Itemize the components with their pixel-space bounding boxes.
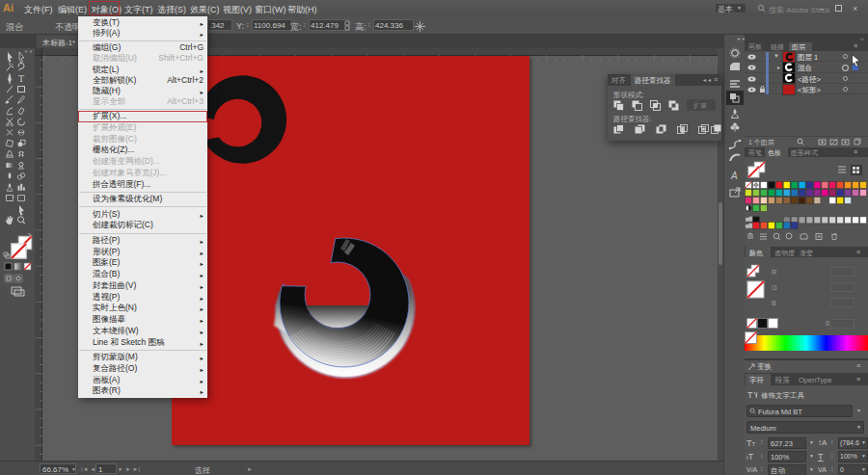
svg-text:T: T xyxy=(18,73,24,84)
svg-text:A: A xyxy=(730,171,738,181)
svg-text:T: T xyxy=(747,390,753,400)
